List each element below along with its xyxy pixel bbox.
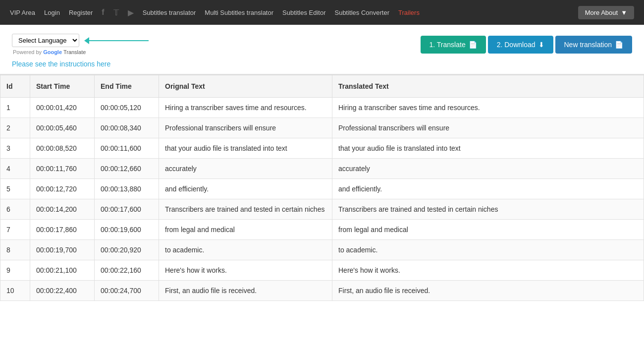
translate-icon: 📄: [469, 41, 477, 49]
cell-start-time: 00:00:19,700: [30, 240, 95, 260]
nav-register[interactable]: Register: [69, 9, 93, 16]
download-icon: ⬇: [538, 41, 544, 49]
top-area: Select Language Powered by Google Transl…: [0, 25, 644, 75]
cell-end-time: 00:00:17,600: [95, 199, 159, 220]
more-about-label: More About: [585, 9, 618, 16]
cell-translated-text: and efficiently.: [332, 179, 644, 199]
cell-id: 2: [0, 118, 30, 138]
translate-button[interactable]: 1. Translate 📄: [421, 36, 486, 54]
cell-start-time: 00:00:21,100: [30, 260, 95, 281]
cell-end-time: 00:00:19,600: [95, 220, 159, 240]
cell-original-text: Hiring a transcriber saves time and reso…: [159, 98, 332, 118]
google-brand: Google: [43, 49, 62, 55]
cell-translated-text: to academic.: [332, 240, 644, 260]
download-button-label: 2. Download: [497, 41, 536, 49]
cell-id: 6: [0, 199, 30, 220]
cell-start-time: 00:00:22,400: [30, 281, 95, 301]
cell-id: 7: [0, 220, 30, 240]
header-start-time: Start Time: [30, 75, 95, 98]
language-select[interactable]: Select Language: [12, 34, 79, 47]
cell-start-time: 00:00:08,520: [30, 138, 95, 159]
cell-original-text: accurately: [159, 159, 332, 179]
header-original-text: Orignal Text: [159, 75, 332, 98]
instructions-link[interactable]: Please see the instructions here: [12, 60, 110, 68]
subtitle-table: Id Start Time End Time Orignal Text Tran…: [0, 75, 644, 301]
cell-start-time: 00:00:14,200: [30, 199, 95, 220]
subtitle-table-container: Id Start Time End Time Orignal Text Tran…: [0, 75, 644, 301]
cell-end-time: 00:00:24,700: [95, 281, 159, 301]
nav-subtitles-converter[interactable]: Subtitles Converter: [334, 9, 389, 16]
new-translation-label: New translation: [564, 41, 612, 49]
chevron-down-icon: ▼: [621, 9, 627, 16]
table-row: 400:00:11,76000:00:12,660accuratelyaccur…: [0, 159, 644, 179]
table-row: 800:00:19,70000:00:20,920to academic.to …: [0, 240, 644, 260]
nav-login[interactable]: Login: [44, 9, 60, 16]
new-icon: 📄: [615, 41, 623, 49]
cell-translated-text: accurately: [332, 159, 644, 179]
cell-translated-text: that your audio file is translated into …: [332, 138, 644, 159]
cell-end-time: 00:00:13,880: [95, 179, 159, 199]
cell-translated-text: Hiring a transcriber saves time and reso…: [332, 98, 644, 118]
table-row: 700:00:17,86000:00:19,600from legal and …: [0, 220, 644, 240]
translate-word: Translate: [63, 49, 86, 55]
cell-id: 10: [0, 281, 30, 301]
nav-youtube-icon: ▶: [128, 8, 134, 17]
table-row: 200:00:05,46000:00:08,340Professional tr…: [0, 118, 644, 138]
cell-original-text: Professional transcribers will ensure: [159, 118, 332, 138]
cell-end-time: 00:00:11,600: [95, 138, 159, 159]
table-row: 100:00:01,42000:00:05,120Hiring a transc…: [0, 98, 644, 118]
navbar: VIP Area Login Register f 𝕋 ▶ ▶ Subtitle…: [0, 0, 644, 25]
translate-button-label: 1. Translate: [429, 41, 466, 49]
cell-original-text: to academic.: [159, 240, 332, 260]
table-header: Id Start Time End Time Orignal Text Tran…: [0, 75, 644, 98]
cell-id: 1: [0, 98, 30, 118]
table-body: 100:00:01,42000:00:05,120Hiring a transc…: [0, 98, 644, 301]
header-translated-text: Translated Text: [332, 75, 644, 98]
table-row: 300:00:08,52000:00:11,600that your audio…: [0, 138, 644, 159]
cell-original-text: First, an audio file is received.: [159, 281, 332, 301]
cell-original-text: and efficiently.: [159, 179, 332, 199]
cell-id: 5: [0, 179, 30, 199]
nav-trailers[interactable]: Trailers: [398, 9, 420, 16]
more-about-button[interactable]: More About ▼: [578, 6, 634, 19]
nav-multi-subtitles-translator[interactable]: Multi Subtitles translator: [205, 9, 273, 16]
cell-translated-text: Here's how it works.: [332, 260, 644, 281]
new-translation-button[interactable]: New translation 📄: [555, 36, 633, 54]
cell-translated-text: Transcribers are trained and tested in c…: [332, 199, 644, 220]
cell-id: 9: [0, 260, 30, 281]
cell-original-text: from legal and medical: [159, 220, 332, 240]
cell-end-time: 00:00:22,160: [95, 260, 159, 281]
cell-start-time: 00:00:01,420: [30, 98, 95, 118]
header-id: Id: [0, 75, 30, 98]
cell-translated-text: First, an audio file is received.: [332, 281, 644, 301]
cell-original-text: Here's how it works.: [159, 260, 332, 281]
cell-start-time: 00:00:11,760: [30, 159, 95, 179]
nav-divider-1: f: [102, 8, 104, 17]
cell-start-time: 00:00:05,460: [30, 118, 95, 138]
arrow-line-bar: [89, 40, 149, 41]
cell-translated-text: from legal and medical: [332, 220, 644, 240]
arrowhead-icon: [84, 37, 89, 44]
cell-id: 4: [0, 159, 30, 179]
cell-id: 3: [0, 138, 30, 159]
nav-divider-2: 𝕋: [113, 8, 119, 17]
nav-vip-area[interactable]: VIP Area: [10, 9, 35, 16]
nav-subtitles-translator-link[interactable]: Subtitles translator: [143, 9, 196, 16]
nav-subtitles-editor[interactable]: Subtitles Editor: [282, 9, 325, 16]
cell-end-time: 00:00:20,920: [95, 240, 159, 260]
cell-original-text: Transcribers are trained and tested in c…: [159, 199, 332, 220]
cell-original-text: that your audio file is translated into …: [159, 138, 332, 159]
cell-id: 8: [0, 240, 30, 260]
cell-translated-text: Professional transcribers will ensure: [332, 118, 644, 138]
action-buttons: 1. Translate 📄 2. Download ⬇ New transla…: [421, 36, 632, 54]
table-row: 1000:00:22,40000:00:24,700First, an audi…: [0, 281, 644, 301]
cell-end-time: 00:00:05,120: [95, 98, 159, 118]
download-button[interactable]: 2. Download ⬇: [488, 36, 553, 54]
cell-end-time: 00:00:12,660: [95, 159, 159, 179]
table-row: 500:00:12,72000:00:13,880and efficiently…: [0, 179, 644, 199]
table-row: 600:00:14,20000:00:17,600Transcribers ar…: [0, 199, 644, 220]
cell-end-time: 00:00:08,340: [95, 118, 159, 138]
header-end-time: End Time: [95, 75, 159, 98]
cell-start-time: 00:00:17,860: [30, 220, 95, 240]
table-row: 900:00:21,10000:00:22,160Here's how it w…: [0, 260, 644, 281]
